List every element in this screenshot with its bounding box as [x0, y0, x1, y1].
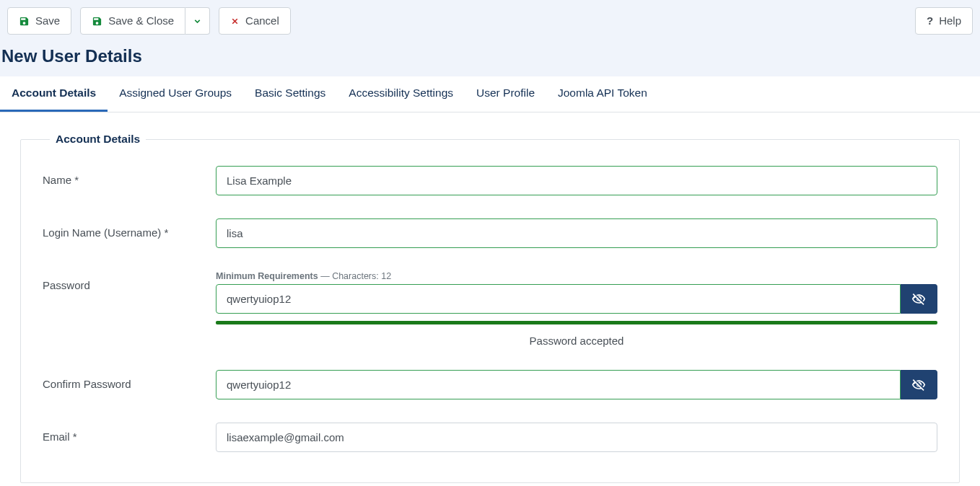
save-button-label: Save [35, 14, 60, 27]
help-button-label: Help [939, 14, 961, 27]
email-label: Email * [43, 423, 216, 443]
chevron-down-icon [193, 17, 202, 26]
cancel-button-label: Cancel [245, 14, 279, 27]
eye-off-icon [911, 378, 926, 392]
toggle-confirm-visibility-button[interactable] [901, 370, 937, 399]
save-button[interactable]: Save [7, 7, 71, 35]
toolbar-left: Save Save & Close Cancel [7, 7, 291, 35]
form-area: Account Details Name * Login Name (Usern… [0, 112, 980, 486]
tabs: Account Details Assigned User Groups Bas… [0, 76, 980, 112]
save-close-group: Save & Close [80, 7, 210, 35]
page-title: New User Details [1, 46, 980, 66]
cancel-button[interactable]: Cancel [219, 7, 291, 35]
name-label: Name * [43, 166, 216, 186]
save-icon [19, 16, 30, 27]
save-icon [92, 16, 102, 27]
tab-basic-settings[interactable]: Basic Settings [243, 76, 337, 112]
email-input[interactable] [216, 423, 937, 452]
save-close-button-label: Save & Close [108, 14, 174, 27]
password-strength-bar [216, 321, 937, 324]
page-header: New User Details [0, 36, 980, 76]
help-button[interactable]: ? Help [915, 7, 973, 35]
account-details-fieldset: Account Details Name * Login Name (Usern… [20, 133, 960, 483]
password-requirements: Minimum Requirements — Characters: 12 [216, 271, 937, 281]
fieldset-legend: Account Details [50, 133, 146, 146]
toolbar: Save Save & Close Cancel ? Help [0, 0, 980, 36]
tab-account-details[interactable]: Account Details [0, 76, 108, 112]
save-close-button[interactable]: Save & Close [80, 7, 185, 35]
password-status: Password accepted [216, 335, 937, 347]
tab-accessibility-settings[interactable]: Accessibility Settings [337, 76, 465, 112]
tab-joomla-api-token[interactable]: Joomla API Token [546, 76, 659, 112]
question-icon: ? [927, 14, 933, 27]
toggle-password-visibility-button[interactable] [901, 284, 937, 314]
eye-off-icon [911, 292, 926, 306]
confirm-password-label: Confirm Password [43, 370, 216, 390]
tab-user-profile[interactable]: User Profile [465, 76, 546, 112]
confirm-password-input[interactable] [216, 370, 901, 399]
password-input[interactable] [216, 284, 901, 314]
login-label: Login Name (Username) * [43, 218, 216, 239]
tab-assigned-user-groups[interactable]: Assigned User Groups [108, 76, 243, 112]
password-label: Password [43, 271, 216, 291]
save-dropdown-button[interactable] [185, 7, 210, 35]
login-input[interactable] [216, 218, 937, 248]
close-icon [230, 17, 240, 26]
name-input[interactable] [216, 166, 937, 195]
